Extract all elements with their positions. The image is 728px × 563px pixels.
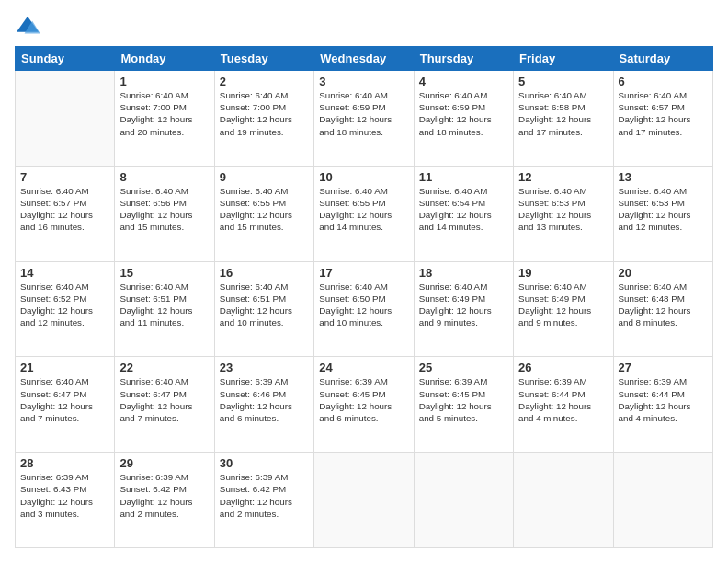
day-number: 16: [220, 266, 309, 280]
day-info: Sunrise: 6:40 AM Sunset: 6:47 PM Dayligh…: [119, 375, 209, 424]
calendar-cell: 28Sunrise: 6:39 AM Sunset: 6:43 PM Dayli…: [16, 453, 115, 548]
day-info: Sunrise: 6:40 AM Sunset: 7:00 PM Dayligh…: [119, 89, 209, 138]
weekday-header: Tuesday: [214, 47, 313, 71]
calendar-cell: 18Sunrise: 6:40 AM Sunset: 6:49 PM Dayli…: [414, 261, 513, 357]
calendar-row: 28Sunrise: 6:39 AM Sunset: 6:43 PM Dayli…: [16, 453, 713, 548]
calendar-cell: 6Sunrise: 6:40 AM Sunset: 6:57 PM Daylig…: [613, 71, 712, 167]
calendar-row: 1Sunrise: 6:40 AM Sunset: 7:00 PM Daylig…: [16, 71, 713, 167]
calendar-cell: 17Sunrise: 6:40 AM Sunset: 6:50 PM Dayli…: [314, 261, 414, 357]
day-number: 19: [518, 266, 608, 280]
day-number: 15: [119, 266, 209, 280]
day-number: 26: [518, 361, 608, 374]
weekday-header: Monday: [115, 47, 214, 71]
weekday-header: Saturday: [613, 47, 712, 71]
weekday-header: Thursday: [414, 47, 513, 71]
day-info: Sunrise: 6:40 AM Sunset: 7:00 PM Dayligh…: [220, 89, 309, 138]
day-number: 4: [419, 75, 508, 88]
calendar-row: 21Sunrise: 6:40 AM Sunset: 6:47 PM Dayli…: [16, 357, 713, 453]
day-number: 11: [419, 170, 508, 184]
calendar-cell: 29Sunrise: 6:39 AM Sunset: 6:42 PM Dayli…: [115, 453, 214, 548]
day-number: 10: [319, 170, 408, 184]
day-number: 17: [319, 266, 408, 280]
calendar-cell: [314, 453, 414, 548]
day-info: Sunrise: 6:40 AM Sunset: 6:50 PM Dayligh…: [319, 281, 408, 329]
day-number: 24: [319, 361, 408, 374]
day-info: Sunrise: 6:39 AM Sunset: 6:45 PM Dayligh…: [319, 375, 408, 424]
day-number: 21: [20, 361, 109, 374]
day-number: 5: [518, 75, 608, 88]
weekday-header: Friday: [514, 47, 613, 71]
calendar-cell: 15Sunrise: 6:40 AM Sunset: 6:51 PM Dayli…: [115, 261, 214, 357]
calendar-cell: 30Sunrise: 6:39 AM Sunset: 6:42 PM Dayli…: [214, 453, 313, 548]
calendar-cell: 19Sunrise: 6:40 AM Sunset: 6:49 PM Dayli…: [514, 261, 613, 357]
day-info: Sunrise: 6:39 AM Sunset: 6:44 PM Dayligh…: [619, 375, 708, 424]
calendar-cell: 23Sunrise: 6:39 AM Sunset: 6:46 PM Dayli…: [214, 357, 313, 453]
day-info: Sunrise: 6:39 AM Sunset: 6:45 PM Dayligh…: [419, 375, 508, 424]
calendar-cell: 24Sunrise: 6:39 AM Sunset: 6:45 PM Dayli…: [314, 357, 414, 453]
day-info: Sunrise: 6:39 AM Sunset: 6:42 PM Dayligh…: [119, 471, 209, 520]
calendar-cell: [414, 453, 513, 548]
weekday-header: Sunday: [16, 47, 115, 71]
day-number: 29: [119, 456, 209, 470]
calendar-cell: [514, 453, 613, 548]
calendar-cell: 8Sunrise: 6:40 AM Sunset: 6:56 PM Daylig…: [115, 166, 214, 261]
day-info: Sunrise: 6:40 AM Sunset: 6:51 PM Dayligh…: [220, 281, 309, 329]
day-info: Sunrise: 6:40 AM Sunset: 6:53 PM Dayligh…: [619, 185, 708, 234]
day-info: Sunrise: 6:40 AM Sunset: 6:57 PM Dayligh…: [20, 185, 109, 234]
day-info: Sunrise: 6:40 AM Sunset: 6:54 PM Dayligh…: [419, 185, 508, 234]
day-info: Sunrise: 6:40 AM Sunset: 6:53 PM Dayligh…: [518, 185, 608, 234]
calendar-row: 14Sunrise: 6:40 AM Sunset: 6:52 PM Dayli…: [16, 261, 713, 357]
calendar-cell: 9Sunrise: 6:40 AM Sunset: 6:55 PM Daylig…: [214, 166, 313, 261]
calendar-cell: 4Sunrise: 6:40 AM Sunset: 6:59 PM Daylig…: [414, 71, 513, 167]
header: [15, 15, 713, 37]
weekday-header: Wednesday: [314, 47, 414, 71]
day-number: 14: [20, 266, 109, 280]
day-info: Sunrise: 6:40 AM Sunset: 6:59 PM Dayligh…: [419, 89, 508, 138]
day-number: 28: [20, 456, 109, 470]
day-number: 8: [119, 170, 209, 184]
day-number: 9: [220, 170, 309, 184]
calendar-cell: 3Sunrise: 6:40 AM Sunset: 6:59 PM Daylig…: [314, 71, 414, 167]
logo: [15, 15, 44, 37]
day-info: Sunrise: 6:40 AM Sunset: 6:59 PM Dayligh…: [319, 89, 408, 138]
calendar-cell: 22Sunrise: 6:40 AM Sunset: 6:47 PM Dayli…: [115, 357, 214, 453]
day-info: Sunrise: 6:40 AM Sunset: 6:48 PM Dayligh…: [619, 281, 708, 329]
page: SundayMondayTuesdayWednesdayThursdayFrid…: [0, 0, 728, 563]
day-number: 13: [619, 170, 708, 184]
calendar-cell: 26Sunrise: 6:39 AM Sunset: 6:44 PM Dayli…: [514, 357, 613, 453]
day-info: Sunrise: 6:39 AM Sunset: 6:43 PM Dayligh…: [20, 471, 109, 520]
day-number: 7: [20, 170, 109, 184]
day-info: Sunrise: 6:40 AM Sunset: 6:55 PM Dayligh…: [319, 185, 408, 234]
day-number: 18: [419, 266, 508, 280]
day-number: 27: [619, 361, 708, 374]
calendar-cell: 11Sunrise: 6:40 AM Sunset: 6:54 PM Dayli…: [414, 166, 513, 261]
calendar-cell: 20Sunrise: 6:40 AM Sunset: 6:48 PM Dayli…: [613, 261, 712, 357]
day-number: 23: [220, 361, 309, 374]
calendar-cell: 13Sunrise: 6:40 AM Sunset: 6:53 PM Dayli…: [613, 166, 712, 261]
day-info: Sunrise: 6:39 AM Sunset: 6:42 PM Dayligh…: [220, 471, 309, 520]
day-info: Sunrise: 6:40 AM Sunset: 6:49 PM Dayligh…: [518, 281, 608, 329]
day-info: Sunrise: 6:39 AM Sunset: 6:44 PM Dayligh…: [518, 375, 608, 424]
day-info: Sunrise: 6:40 AM Sunset: 6:57 PM Dayligh…: [619, 89, 708, 138]
day-number: 1: [119, 75, 209, 88]
calendar-cell: 2Sunrise: 6:40 AM Sunset: 7:00 PM Daylig…: [214, 71, 313, 167]
day-number: 20: [619, 266, 708, 280]
calendar-table: SundayMondayTuesdayWednesdayThursdayFrid…: [15, 46, 713, 548]
day-info: Sunrise: 6:40 AM Sunset: 6:56 PM Dayligh…: [119, 185, 209, 234]
day-info: Sunrise: 6:40 AM Sunset: 6:52 PM Dayligh…: [20, 281, 109, 329]
calendar-cell: [16, 71, 115, 167]
day-number: 25: [419, 361, 508, 374]
calendar-cell: 7Sunrise: 6:40 AM Sunset: 6:57 PM Daylig…: [16, 166, 115, 261]
day-info: Sunrise: 6:40 AM Sunset: 6:58 PM Dayligh…: [518, 89, 608, 138]
day-number: 3: [319, 75, 408, 88]
calendar-cell: 10Sunrise: 6:40 AM Sunset: 6:55 PM Dayli…: [314, 166, 414, 261]
calendar-cell: 27Sunrise: 6:39 AM Sunset: 6:44 PM Dayli…: [613, 357, 712, 453]
day-info: Sunrise: 6:40 AM Sunset: 6:47 PM Dayligh…: [20, 375, 109, 424]
calendar-cell: 25Sunrise: 6:39 AM Sunset: 6:45 PM Dayli…: [414, 357, 513, 453]
calendar-header-row: SundayMondayTuesdayWednesdayThursdayFrid…: [16, 47, 713, 71]
calendar-cell: 21Sunrise: 6:40 AM Sunset: 6:47 PM Dayli…: [16, 357, 115, 453]
day-info: Sunrise: 6:40 AM Sunset: 6:51 PM Dayligh…: [119, 281, 209, 329]
calendar-cell: 12Sunrise: 6:40 AM Sunset: 6:53 PM Dayli…: [514, 166, 613, 261]
calendar-cell: 16Sunrise: 6:40 AM Sunset: 6:51 PM Dayli…: [214, 261, 313, 357]
calendar-cell: [613, 453, 712, 548]
